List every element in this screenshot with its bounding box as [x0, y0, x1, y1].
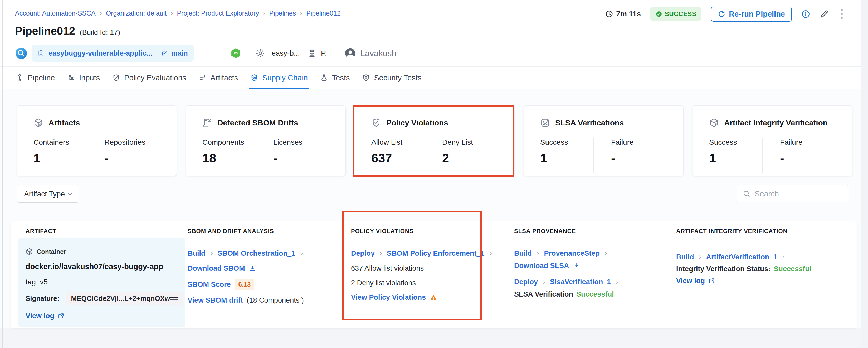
- artifact-table: ARTIFACT SBOM AND DRIFT ANALYSIS POLICY …: [10, 222, 858, 328]
- cube-icon: [709, 118, 719, 127]
- info-icon[interactable]: [801, 10, 810, 19]
- rerun-pipeline-button[interactable]: Re-run Pipeline: [711, 7, 792, 22]
- repo-pill[interactable]: easybuggy-vulnerable-applic... main: [32, 45, 194, 62]
- stat-label: Deny List: [442, 138, 507, 147]
- chevron-right-icon: [698, 255, 703, 260]
- warning-triangle-icon: [430, 294, 437, 301]
- sbom-score-link[interactable]: SBOM Score: [188, 281, 231, 289]
- stat-value: -: [780, 151, 845, 165]
- meta-divider: [337, 46, 338, 61]
- tab-security-tests[interactable]: Security Tests: [362, 67, 421, 89]
- card-slsa-verifications: SLSA Verifications Success 1 Failure -: [524, 106, 684, 176]
- gear-icon: [255, 48, 266, 58]
- download-slsa-link[interactable]: Download SLSA: [514, 262, 569, 270]
- breadcrumb-separator: ›: [263, 10, 266, 17]
- tab-bar: Pipeline Inputs Policy Evaluations Artif…: [0, 67, 861, 89]
- chevron-right-icon: [299, 251, 304, 256]
- breadcrumb: Account: Automation-SSCA › Organization:…: [15, 9, 341, 17]
- col-slsa-provenance: SLSA PROVENANCE: [514, 228, 676, 235]
- slsa-icon: [540, 118, 550, 127]
- stat-integrity-failure: Failure -: [762, 138, 845, 173]
- integrity-step-link[interactable]: ArtifactVerification_1: [706, 253, 777, 261]
- titlebar: Pipeline012 (Build Id: 17): [15, 25, 120, 37]
- ci-hexagon-icon: ∞: [230, 48, 242, 59]
- breadcrumb-account[interactable]: Account: Automation-SSCA: [15, 9, 96, 17]
- chevron-right-icon: [614, 280, 620, 285]
- breadcrumb-separator: ›: [300, 10, 302, 17]
- tab-label: Pipeline: [28, 74, 55, 82]
- stat-slsa-failure: Failure -: [593, 138, 676, 173]
- user-name: Lavakush: [360, 49, 396, 58]
- card-artifacts: Artifacts Containers 1 Repositories -: [17, 106, 177, 176]
- artifact-cell: Container docker.io/lavakush07/easy-bugg…: [26, 248, 181, 320]
- pipeline-meta-row: easybuggy-vulnerable-applic... main ∞ ea…: [15, 43, 396, 64]
- breadcrumb-pipelines[interactable]: Pipelines: [269, 9, 296, 17]
- drift-components-note: (18 Components ): [247, 296, 304, 304]
- status-badge: SUCCESS: [650, 7, 702, 21]
- stat-label: Allow List: [371, 138, 425, 147]
- sbom-stage-link[interactable]: Build: [188, 250, 206, 258]
- card-title: Artifacts: [49, 118, 80, 127]
- scrollbar-track[interactable]: [861, 0, 868, 348]
- slsa-step1-link[interactable]: ProvenanceStep: [544, 250, 600, 258]
- card-title: SLSA Verifications: [555, 118, 624, 127]
- build-id: (Build Id: 17): [80, 28, 120, 37]
- card-title: Artifact Integrity Verification: [724, 118, 828, 127]
- table-header: ARTIFACT SBOM AND DRIFT ANALYSIS POLICY …: [26, 228, 847, 235]
- stat-value: 1: [33, 151, 87, 165]
- slsa-stage2-link[interactable]: Deploy: [514, 278, 538, 286]
- tab-supply-chain[interactable]: Supply Chain: [250, 67, 308, 89]
- chevron-down-icon: [67, 191, 73, 197]
- bottom-strip: [0, 328, 868, 348]
- card-sbom-drifts: Detected SBOM Drifts Components 18 Licen…: [186, 106, 346, 176]
- signature-label: Signature:: [26, 294, 60, 303]
- card-title: Detected SBOM Drifts: [217, 118, 298, 127]
- rerun-label: Re-run Pipeline: [729, 10, 785, 19]
- policy-step-link[interactable]: SBOM Policy Enforcement_1: [387, 250, 485, 258]
- artifact-type-dropdown[interactable]: Artifact Type: [17, 185, 79, 203]
- breadcrumb-organization[interactable]: Organization: default: [106, 9, 167, 17]
- tab-label: Policy Evaluations: [124, 74, 186, 82]
- slsa-step2-link[interactable]: SlsaVerification_1: [550, 278, 611, 286]
- stat-licenses: Licenses -: [256, 138, 338, 173]
- slsa-stage1-link[interactable]: Build: [514, 250, 532, 258]
- more-options-icon[interactable]: [838, 8, 845, 20]
- integrity-view-log-link[interactable]: View log: [676, 277, 832, 285]
- download-sbom-link[interactable]: Download SBOM: [188, 264, 245, 272]
- policy-stage-link[interactable]: Deploy: [351, 250, 375, 258]
- artifact-view-log-link[interactable]: View log: [26, 312, 181, 320]
- view-sbom-drift-link[interactable]: View SBOM drift: [188, 296, 243, 304]
- artifact-image-name: docker.io/lavakush07/easy-buggy-app: [26, 262, 181, 271]
- view-log-label: View log: [26, 312, 54, 320]
- search-input[interactable]: [755, 190, 854, 198]
- col-policy-violations: POLICY VIOLATIONS: [351, 228, 514, 235]
- branch-name[interactable]: main: [171, 49, 188, 57]
- artifact-type-label: Container: [37, 248, 66, 256]
- stat-value: -: [104, 151, 169, 165]
- tab-artifacts[interactable]: Artifacts: [199, 67, 238, 89]
- integrity-status-label: Integrity Verification Status:: [676, 265, 771, 273]
- stat-value: 1: [709, 151, 762, 165]
- breadcrumb-pipeline012[interactable]: Pipeline012: [306, 9, 341, 17]
- tab-pipeline[interactable]: Pipeline: [16, 67, 55, 89]
- stat-value: 637: [371, 151, 425, 165]
- stat-label: Failure: [611, 138, 676, 147]
- tab-inputs[interactable]: Inputs: [67, 67, 100, 89]
- breadcrumb-project[interactable]: Project: Product Exploratory: [177, 9, 259, 17]
- edit-pencil-icon[interactable]: [819, 9, 829, 19]
- sbom-step-link[interactable]: SBOM Orchestration_1: [218, 250, 296, 258]
- view-policy-violations-link[interactable]: View Policy Violations: [351, 293, 426, 301]
- integrity-stage-link[interactable]: Build: [676, 253, 694, 261]
- stat-label: Licenses: [273, 138, 338, 147]
- tab-tests[interactable]: Tests: [320, 67, 350, 89]
- refresh-icon: [718, 10, 725, 18]
- slsa-status-label: SLSA Verification: [514, 290, 573, 298]
- trigger-name: easy-b...: [272, 49, 300, 57]
- duration-text: 7m 11s: [616, 10, 641, 18]
- deny-list-violations: 2 Deny list violations: [351, 279, 506, 287]
- tab-policy-evaluations[interactable]: Policy Evaluations: [112, 67, 186, 89]
- external-link-icon: [708, 278, 715, 284]
- stat-label: Failure: [780, 138, 845, 147]
- artifact-tag: tag: v5: [26, 278, 181, 286]
- tab-label: Inputs: [79, 74, 100, 82]
